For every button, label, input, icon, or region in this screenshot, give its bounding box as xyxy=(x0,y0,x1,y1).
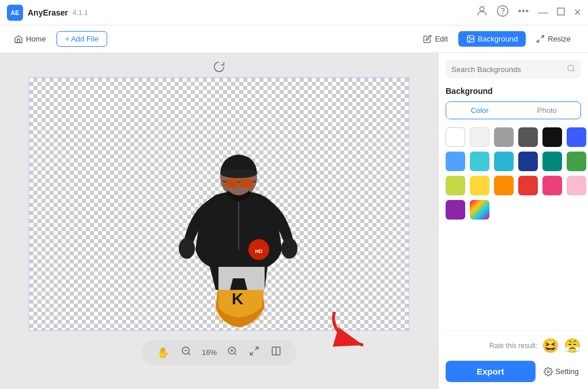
canvas-toolbar: ✋ 16% xyxy=(142,340,296,365)
color-swatch-pink[interactable] xyxy=(542,176,562,195)
color-swatch-lightpink[interactable] xyxy=(567,176,586,195)
svg-point-19 xyxy=(220,169,257,178)
color-swatch-green[interactable] xyxy=(567,152,586,171)
color-swatch-blue2[interactable] xyxy=(446,152,465,171)
svg-point-39 xyxy=(547,371,549,373)
background-tabs: Color Photo xyxy=(446,101,581,119)
color-swatch-teal1[interactable] xyxy=(494,152,514,171)
color-swatch-orange[interactable] xyxy=(494,176,514,195)
resize-button[interactable]: Resize xyxy=(528,31,579,47)
fullscreen-button[interactable] xyxy=(246,345,263,360)
home-label: Home xyxy=(26,35,46,43)
color-swatch-gray[interactable] xyxy=(494,127,514,147)
zoom-out-button[interactable] xyxy=(178,345,195,360)
app-logo: AE xyxy=(7,5,23,21)
svg-point-8 xyxy=(469,37,470,38)
svg-line-33 xyxy=(255,347,258,350)
color-swatch-darkgray[interactable] xyxy=(518,127,538,147)
color-grid xyxy=(446,127,581,220)
menu-icon[interactable] xyxy=(517,5,530,20)
titlebar-left: AE AnyEraser 4.1.1 xyxy=(7,5,88,21)
color-swatch-yellow[interactable] xyxy=(470,176,489,195)
setting-label: Setting xyxy=(556,367,579,376)
home-button[interactable]: Home xyxy=(9,32,51,46)
svg-point-0 xyxy=(480,7,484,11)
canvas-wrap[interactable]: K HD xyxy=(29,77,409,331)
toolbar-right: Edit Background Resize xyxy=(415,31,579,47)
emoji-happy[interactable]: 😆 xyxy=(542,338,559,354)
titlebar: AE AnyEraser 4.1.1 — ✕ xyxy=(0,0,588,25)
svg-line-30 xyxy=(235,353,236,354)
split-view-button[interactable] xyxy=(267,345,285,360)
help-icon[interactable] xyxy=(496,5,509,20)
rate-row: Rate this result: 😆 😤 xyxy=(446,338,581,354)
zoom-in-button[interactable] xyxy=(224,345,241,360)
svg-rect-21 xyxy=(240,179,253,187)
svg-point-1 xyxy=(497,6,508,16)
titlebar-right: — ✕ xyxy=(476,5,581,20)
svg-point-5 xyxy=(526,10,528,12)
svg-line-34 xyxy=(250,352,253,355)
background-label: Background xyxy=(478,35,518,43)
svg-point-16 xyxy=(179,238,195,259)
tab-color[interactable]: Color xyxy=(446,102,514,119)
right-panel: Background Color Photo xyxy=(438,53,588,389)
color-swatch-cyan1[interactable] xyxy=(470,152,489,171)
color-swatch-purple[interactable] xyxy=(446,200,465,220)
emoji-neutral[interactable]: 😤 xyxy=(564,338,581,354)
color-swatch-blue1[interactable] xyxy=(567,127,586,147)
background-button[interactable]: Background xyxy=(458,31,526,47)
svg-rect-20 xyxy=(226,179,239,187)
pan-tool-button[interactable]: ✋ xyxy=(153,345,173,360)
main-layout: K HD xyxy=(0,53,588,389)
svg-line-27 xyxy=(188,353,190,354)
svg-point-37 xyxy=(568,65,574,71)
color-swatch-lime[interactable] xyxy=(446,176,465,195)
color-swatch-gradient[interactable] xyxy=(470,200,489,220)
app-version: 4.1.1 xyxy=(73,9,88,17)
svg-line-9 xyxy=(541,36,544,38)
svg-line-38 xyxy=(572,70,574,71)
search-icon xyxy=(567,64,575,74)
svg-line-10 xyxy=(537,40,540,42)
toolbar: Home + Add File Edit Background Resize xyxy=(0,25,588,53)
color-swatch-teal2[interactable] xyxy=(542,152,562,171)
svg-point-3 xyxy=(519,10,521,12)
subject-image: K HD xyxy=(141,88,337,330)
search-input[interactable] xyxy=(451,65,563,74)
svg-text:K: K xyxy=(232,290,243,308)
svg-rect-6 xyxy=(557,8,564,15)
color-swatch-black[interactable] xyxy=(542,127,562,147)
tab-photo[interactable]: Photo xyxy=(514,102,581,119)
minimize-button[interactable]: — xyxy=(538,6,548,18)
svg-point-17 xyxy=(281,238,297,259)
color-swatch-red[interactable] xyxy=(518,176,538,195)
export-button[interactable]: Export xyxy=(446,361,536,382)
user-icon[interactable] xyxy=(476,5,488,20)
rotate-button[interactable] xyxy=(213,61,225,75)
maximize-button[interactable] xyxy=(556,7,566,18)
setting-button[interactable]: Setting xyxy=(541,365,581,379)
resize-label: Resize xyxy=(548,35,571,43)
canvas-area: K HD xyxy=(0,53,438,389)
search-box[interactable] xyxy=(446,60,581,78)
section-title: Background xyxy=(446,86,581,96)
rate-label: Rate this result: xyxy=(489,342,537,350)
edit-label: Edit xyxy=(435,35,447,43)
bottom-panel: Rate this result: 😆 😤 Export Setting xyxy=(446,330,581,382)
svg-point-4 xyxy=(523,10,525,12)
color-swatch-navy[interactable] xyxy=(518,152,538,171)
color-swatch-white[interactable] xyxy=(446,127,465,147)
action-row: Export Setting xyxy=(446,361,581,382)
color-swatch-lightgray[interactable] xyxy=(470,127,489,147)
edit-button[interactable]: Edit xyxy=(415,31,455,47)
app-name: AnyEraser xyxy=(28,8,68,17)
svg-text:HD: HD xyxy=(255,248,263,254)
close-button[interactable]: ✕ xyxy=(574,7,581,18)
zoom-level: 16% xyxy=(199,348,219,357)
toolbar-left: Home + Add File xyxy=(9,31,107,47)
add-file-button[interactable]: + Add File xyxy=(56,31,107,47)
